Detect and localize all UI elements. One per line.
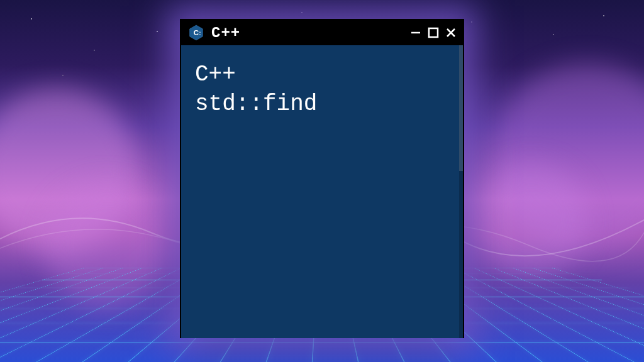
close-button[interactable]	[445, 27, 457, 38]
app-window: C + + C++ C++ std::find	[180, 19, 464, 338]
minimize-button[interactable]	[410, 27, 421, 38]
cpp-hex-icon: C + +	[187, 24, 205, 41]
scrollbar-thumb[interactable]	[459, 45, 463, 171]
content-line-1: C++	[195, 60, 449, 90]
svg-text:C: C	[194, 29, 199, 36]
content-line-2: std::find	[195, 90, 449, 119]
scrollbar-track[interactable]	[459, 45, 463, 338]
window-body: C++ std::find	[181, 45, 463, 338]
window-controls	[410, 27, 457, 38]
window-title: C++	[211, 25, 404, 41]
titlebar[interactable]: C + + C++	[181, 20, 463, 45]
maximize-button[interactable]	[428, 27, 439, 38]
svg-rect-5	[429, 28, 438, 37]
